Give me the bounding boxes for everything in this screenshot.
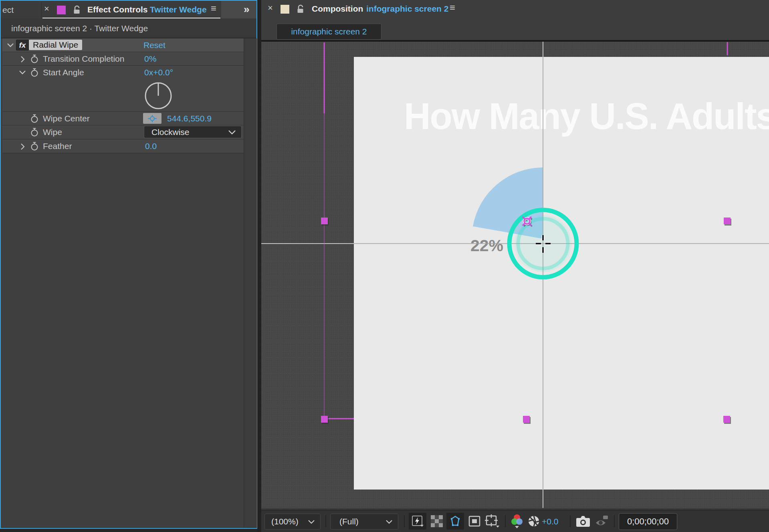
stopwatch-icon[interactable] [30, 142, 38, 151]
effect-point-picker-button[interactable] [143, 113, 161, 124]
panel-gap[interactable] [257, 0, 261, 532]
stopwatch-icon[interactable] [30, 54, 38, 63]
layer-handle[interactable] [321, 416, 328, 423]
crosshair-icon [147, 115, 158, 122]
stopwatch-icon[interactable] [30, 128, 38, 137]
exposure-button[interactable] [527, 514, 541, 528]
effect-target-breadcrumb: infographic screen 2 · Twitter Wedge [11, 24, 148, 33]
param-value[interactable]: 0% [144, 54, 156, 64]
param-label: Start Angle [43, 68, 84, 77]
layer-handle[interactable] [523, 416, 530, 423]
comp-viewport[interactable]: How Many U.S. Adults 22% [261, 42, 769, 508]
comp-color-swatch[interactable] [281, 5, 289, 14]
after-effects-window: ect × Effect Controls Twitter Wedge ≡ » … [0, 0, 769, 532]
wipe-center-widget[interactable] [509, 210, 577, 277]
param-row-wipe: Wipe Clockwise [2, 125, 244, 139]
close-icon[interactable]: × [268, 4, 273, 12]
take-snapshot-button[interactable] [575, 514, 591, 528]
chevron-down-icon[interactable] [7, 43, 14, 47]
chevron-down-icon[interactable] [19, 71, 26, 75]
mask-visibility-button[interactable] [446, 513, 464, 530]
viewport-overlay [261, 42, 769, 508]
resolution-dropdown[interactable]: (Full) [330, 514, 398, 530]
chevron-down-icon [386, 520, 392, 524]
param-row-feather: Feather 0.0 [2, 139, 244, 153]
param-value[interactable]: 0.0 [145, 141, 157, 151]
magnification-value: (100%) [271, 517, 299, 526]
panel-menu-icon[interactable]: ≡ [211, 4, 216, 13]
panel-title[interactable]: Composition [312, 4, 363, 14]
magnification-dropdown[interactable]: (100%) [264, 514, 321, 530]
stopwatch-icon[interactable] [30, 114, 38, 123]
scrollbar-track[interactable] [244, 38, 257, 528]
param-label: Wipe [43, 127, 62, 137]
effect-header-row: fx Radial Wipe Reset [2, 38, 244, 52]
param-row-transition-completion: Transition Completion 0% [2, 52, 244, 65]
aperture-icon [527, 515, 540, 528]
effect-reset-button[interactable]: Reset [143, 40, 166, 50]
effect-name-selected[interactable]: Radial Wipe [29, 40, 82, 50]
exposure-value[interactable]: +0.0 [542, 517, 558, 526]
layer-handle[interactable] [723, 416, 730, 423]
rgb-channels-icon [510, 514, 524, 530]
panel-overflow-icon[interactable]: » [244, 3, 249, 16]
comp-breadcrumb-label: infographic screen 2 [291, 27, 367, 36]
safe-zones-button[interactable] [467, 514, 482, 528]
chevron-right-icon[interactable] [21, 56, 25, 62]
show-snapshot-button[interactable] [594, 514, 611, 528]
show-snapshot-icon [595, 515, 610, 528]
camera-icon [576, 515, 590, 527]
comp-toolbar: (100%) (Full) [261, 510, 769, 532]
tab-divider [41, 2, 42, 17]
chevron-down-icon [228, 130, 236, 135]
layer-color-swatch[interactable] [57, 6, 66, 14]
transparency-grid-button[interactable] [430, 514, 444, 528]
panel-menu-icon[interactable]: ≡ [450, 3, 455, 12]
mask-shape-icon [449, 515, 462, 528]
fx-icon[interactable]: fx [16, 40, 29, 50]
layer-handle[interactable] [724, 218, 731, 224]
param-label: Wipe Center [43, 114, 90, 123]
wipe-direction-dropdown[interactable]: Clockwise [144, 126, 242, 138]
lightning-icon [412, 515, 424, 527]
timecode-value: 0;00;00;00 [627, 516, 669, 527]
resolution-value: (Full) [339, 517, 359, 526]
param-row-start-angle: Start Angle 0x+0.0° [2, 66, 244, 111]
comp-breadcrumb-button[interactable]: infographic screen 2 [277, 24, 381, 40]
param-value[interactable]: 544.6,550.9 [167, 114, 212, 123]
fast-preview-button[interactable] [409, 513, 426, 530]
param-row-wipe-center: Wipe Center 544.6,550.9 [2, 112, 244, 125]
tab-project-partial[interactable]: ect [2, 5, 14, 15]
effect-controls-panel: ect × Effect Controls Twitter Wedge ≡ » … [0, 0, 257, 529]
chevron-down-icon [308, 520, 315, 524]
layer-handle[interactable] [321, 218, 328, 224]
dropdown-value: Clockwise [151, 127, 190, 137]
grid-guides-button[interactable] [484, 514, 501, 528]
tabstrip-spacer [221, 1, 256, 18]
timecode-field[interactable]: 0;00;00;00 [619, 513, 677, 530]
param-label: Feather [43, 141, 72, 151]
angle-dial[interactable] [143, 81, 173, 111]
chevron-right-icon[interactable] [21, 143, 25, 150]
panel-title[interactable]: Effect Controls [87, 5, 148, 14]
effect-target-bar: infographic screen 2 · Twitter Wedge [1, 18, 256, 38]
composition-panel: × Composition infographic screen 2 ≡ inf… [261, 0, 769, 532]
grid-guides-icon [485, 514, 500, 528]
stopwatch-icon[interactable] [30, 68, 38, 77]
channels-button[interactable] [509, 513, 525, 530]
checkerboard-icon [431, 515, 443, 527]
unlock-icon[interactable] [297, 4, 305, 14]
panel-title-target[interactable]: Twitter Wedge [150, 5, 207, 14]
param-value[interactable]: 0x+0.0° [144, 68, 173, 77]
panel-title-target[interactable]: infographic screen 2 [366, 4, 448, 14]
safe-zones-icon [468, 516, 480, 527]
unlock-icon[interactable] [73, 5, 82, 15]
close-icon[interactable]: × [44, 4, 49, 13]
param-label: Transition Completion [43, 54, 124, 64]
